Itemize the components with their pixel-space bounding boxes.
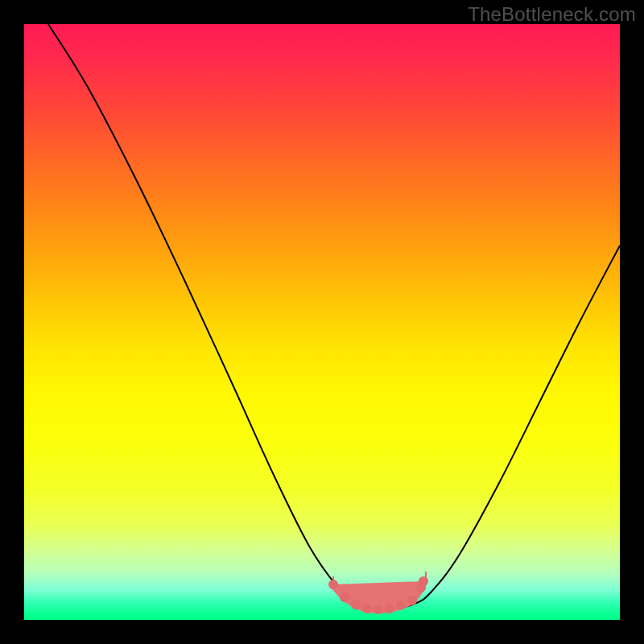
- valley-marker-dot: [374, 605, 383, 614]
- curve-layer: [24, 24, 620, 620]
- valley-marker-dot: [419, 576, 428, 586]
- watermark-text: TheBottleneck.com: [468, 3, 636, 26]
- chart-frame: TheBottleneck.com: [0, 0, 644, 644]
- bottleneck-curve: [48, 24, 620, 609]
- valley-marker-dot: [351, 600, 361, 609]
- plot-area: [24, 24, 620, 620]
- valley-marker-dot: [340, 592, 349, 602]
- valley-marker-dot: [362, 604, 372, 613]
- valley-marker-dot: [385, 604, 394, 613]
- valley-marker-dot: [396, 601, 406, 610]
- valley-marker-group: [328, 576, 428, 614]
- valley-marker-dot: [407, 596, 417, 605]
